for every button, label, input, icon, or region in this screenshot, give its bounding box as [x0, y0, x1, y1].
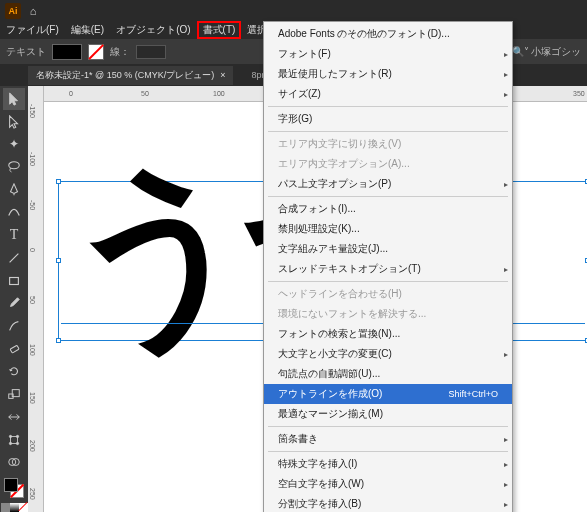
menu-item[interactable]: 箇条書き: [264, 429, 512, 449]
menu-item-label: 最適なマージン揃え(M): [278, 407, 383, 421]
menu-item-label: パス上文字オプション(P): [278, 177, 391, 191]
menu-item-label: 分割文字を挿入(B): [278, 497, 361, 511]
menu-書式[interactable]: 書式(T): [197, 21, 242, 39]
app-logo: Ai: [5, 3, 21, 19]
menu-item-label: 字形(G): [278, 112, 312, 126]
menu-item-label: サイズ(Z): [278, 87, 321, 101]
shape-builder-tool[interactable]: [3, 452, 25, 474]
svg-rect-2: [10, 277, 19, 284]
titlebar: Ai ⌂: [0, 0, 587, 21]
menu-item[interactable]: パス上文字オプション(P): [264, 174, 512, 194]
menu-item-label: 特殊文字を挿入(I): [278, 457, 357, 471]
menu-item: 環境にないフォントを解決する...: [264, 304, 512, 324]
menu-item[interactable]: 最適なマージン揃え(M): [264, 404, 512, 424]
menu-separator: [268, 451, 508, 452]
shaper-tool[interactable]: [3, 315, 25, 337]
menu-item-label: アウトラインを作成(O): [278, 387, 382, 401]
type-tool[interactable]: T: [3, 224, 25, 246]
curvature-tool[interactable]: [3, 202, 25, 224]
menu-ファイル[interactable]: ファイル(F): [0, 21, 65, 39]
menu-item-label: Adobe Fonts のその他のフォント(D)...: [278, 27, 450, 41]
menu-item: エリア内文字オプション(A)...: [264, 154, 512, 174]
menu-item-label: フォントの検索と置換(N)...: [278, 327, 400, 341]
tool-panel: ✦ T: [0, 86, 28, 512]
menu-item-label: 句読点の自動調節(U)...: [278, 367, 380, 381]
document-tab[interactable]: 名称未設定-1* @ 150 % (CMYK/プレビュー)×: [28, 66, 233, 85]
direct-selection-tool[interactable]: [3, 111, 25, 133]
svg-point-8: [16, 435, 18, 437]
close-tab-icon[interactable]: ×: [220, 70, 225, 80]
vertical-ruler: -150-100-50050100150200250: [28, 86, 44, 512]
menu-item[interactable]: 特殊文字を挿入(I): [264, 454, 512, 474]
menu-separator: [268, 196, 508, 197]
menu-item-label: 合成フォント(I)...: [278, 202, 356, 216]
line-tool[interactable]: [3, 247, 25, 269]
paintbrush-tool[interactable]: [3, 292, 25, 314]
svg-point-10: [16, 442, 18, 444]
menu-item[interactable]: 禁則処理設定(K)...: [264, 219, 512, 239]
selection-tool[interactable]: [3, 88, 25, 110]
menu-separator: [268, 281, 508, 282]
type-menu-dropdown: Adobe Fonts のその他のフォント(D)...フォント(F)最近使用した…: [263, 21, 513, 512]
menu-item[interactable]: フォントの検索と置換(N)...: [264, 324, 512, 344]
menu-separator: [268, 106, 508, 107]
fill-stroke-indicator[interactable]: [4, 478, 24, 498]
menu-編集[interactable]: 編集(E): [65, 21, 110, 39]
menu-separator: [268, 426, 508, 427]
menu-item[interactable]: フォント(F): [264, 44, 512, 64]
rectangle-tool[interactable]: [3, 270, 25, 292]
menu-item-label: 大文字と小文字の変更(C): [278, 347, 392, 361]
svg-point-9: [9, 442, 11, 444]
color-mode-toggles[interactable]: [1, 503, 28, 512]
menu-item-label: エリア内文字オプション(A)...: [278, 157, 410, 171]
menu-item[interactable]: Adobe Fonts のその他のフォント(D)...: [264, 24, 512, 44]
pen-tool[interactable]: [3, 179, 25, 201]
menu-item[interactable]: アウトラインを作成(O)Shift+Ctrl+O: [264, 384, 512, 404]
menu-item[interactable]: 合成フォント(I)...: [264, 199, 512, 219]
menu-item[interactable]: スレッドテキストオプション(T): [264, 259, 512, 279]
menu-item-label: スレッドテキストオプション(T): [278, 262, 421, 276]
menu-item[interactable]: 句読点の自動調節(U)...: [264, 364, 512, 384]
stroke-swatch-none[interactable]: [88, 44, 104, 60]
menu-item[interactable]: 大文字と小文字の変更(C): [264, 344, 512, 364]
menu-item: エリア内文字に切り換え(V): [264, 134, 512, 154]
menu-separator: [268, 131, 508, 132]
menu-item[interactable]: 空白文字を挿入(W): [264, 474, 512, 494]
rotate-tool[interactable]: [3, 361, 25, 383]
menu-item[interactable]: サイズ(Z): [264, 84, 512, 104]
handle-ml[interactable]: [56, 258, 61, 263]
handle-bl[interactable]: [56, 338, 61, 343]
menu-shortcut: Shift+Ctrl+O: [448, 389, 498, 399]
selection-type-label: テキスト: [6, 45, 46, 59]
svg-rect-3: [10, 345, 19, 353]
menu-item-label: フォント(F): [278, 47, 331, 61]
font-name-field[interactable]: 小塚ゴシッ: [531, 45, 581, 59]
magic-wand-tool[interactable]: ✦: [3, 133, 25, 155]
menu-item: ヘッドラインを合わせる(H): [264, 284, 512, 304]
menu-item[interactable]: 文字組みアキ量設定(J)...: [264, 239, 512, 259]
eraser-tool[interactable]: [3, 338, 25, 360]
menu-item[interactable]: 最近使用したフォント(R): [264, 64, 512, 84]
scale-tool[interactable]: [3, 383, 25, 405]
menu-item[interactable]: 分割文字を挿入(B): [264, 494, 512, 512]
search-icon[interactable]: 🔍˅: [512, 46, 529, 57]
fill-swatch[interactable]: [52, 44, 82, 60]
handle-tl[interactable]: [56, 179, 61, 184]
menu-item-label: 禁則処理設定(K)...: [278, 222, 360, 236]
menu-item-label: 箇条書き: [278, 432, 318, 446]
menu-item-label: 空白文字を挿入(W): [278, 477, 364, 491]
menu-item-label: エリア内文字に切り換え(V): [278, 137, 401, 151]
width-tool[interactable]: [3, 406, 25, 428]
svg-point-7: [9, 435, 11, 437]
menu-item[interactable]: 字形(G): [264, 109, 512, 129]
menu-item-label: 文字組みアキ量設定(J)...: [278, 242, 388, 256]
svg-point-0: [9, 162, 20, 169]
home-icon[interactable]: ⌂: [25, 3, 41, 19]
stroke-label: 線：: [110, 45, 130, 59]
stroke-weight-input[interactable]: [136, 45, 166, 59]
free-transform-tool[interactable]: [3, 429, 25, 451]
menu-item-label: 最近使用したフォント(R): [278, 67, 392, 81]
menu-オブジェクト[interactable]: オブジェクト(O): [110, 21, 196, 39]
menu-item-label: 環境にないフォントを解決する...: [278, 307, 426, 321]
lasso-tool[interactable]: [3, 156, 25, 178]
